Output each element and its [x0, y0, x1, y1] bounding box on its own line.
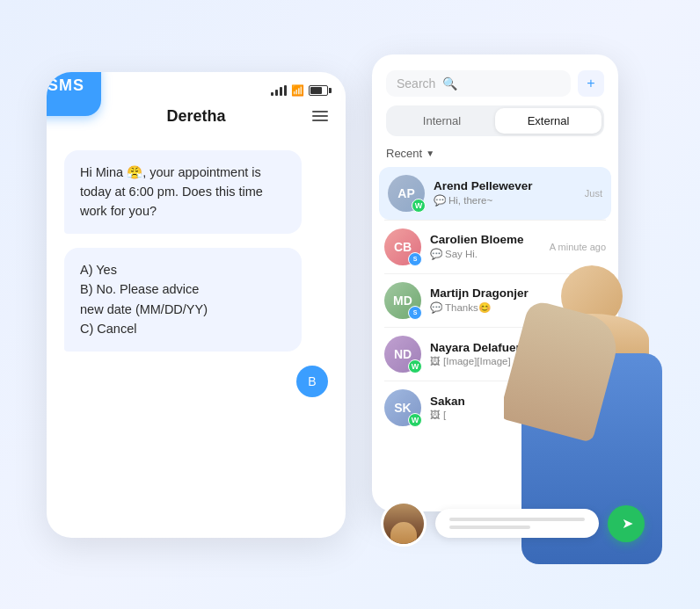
sms-logo-badge: SMS: [47, 72, 101, 116]
contact-info: Arend Pellewever 💬 Hi, there~: [434, 179, 576, 207]
send-icon: ➤: [622, 515, 633, 532]
message-bubble-1: Hi Mina 😤, your appointment is today at …: [64, 150, 302, 234]
contact-item[interactable]: AP W Arend Pellewever 💬 Hi, there~ Just: [379, 167, 611, 220]
battery-icon: [309, 85, 328, 96]
tab-external[interactable]: External: [495, 108, 602, 134]
sms-badge: S: [408, 252, 422, 266]
add-button[interactable]: +: [578, 70, 604, 97]
msg-line-1: [449, 518, 585, 521]
tab-row: Internal External: [386, 105, 604, 136]
main-scene: SMS 📶 Deretha Hi Mina 😤, your appointmen…: [20, 24, 680, 586]
contact-time: A minute ago: [550, 242, 606, 252]
right-panel: Search 🔍 + Internal External Recent ▼ AP: [372, 54, 653, 555]
avatar-wrap: ND W: [384, 336, 421, 373]
sms-phone-card: SMS 📶 Deretha Hi Mina 😤, your appointmen…: [47, 72, 346, 538]
reply-bubble: B: [296, 366, 328, 397]
message-preview-lines: [449, 518, 585, 529]
preview-platform-icon: 🖼: [430, 356, 441, 366]
msg-line-2: [449, 526, 530, 529]
avatar-wrap: AP W: [388, 175, 425, 212]
sms-icon: S: [413, 256, 418, 262]
preview-platform-icon: 💬: [430, 301, 442, 314]
whatsapp-badge: W: [408, 359, 422, 373]
avatar-wrap: MD S: [384, 282, 421, 319]
message-bubble-2: A) Yes B) No. Please advice new date (MM…: [64, 248, 302, 352]
whatsapp-icon: W: [412, 362, 419, 371]
preview-platform-icon: 💬: [430, 248, 442, 260]
sms-badge: S: [408, 306, 422, 320]
whatsapp-icon: W: [412, 416, 419, 424]
search-input-wrap[interactable]: Search 🔍: [386, 70, 571, 97]
signal-icon: [271, 85, 287, 96]
chat-contact-name: Deretha: [166, 107, 225, 126]
bottom-bar: ➤: [381, 501, 645, 547]
chat-messages: Hi Mina 😤, your appointment is today at …: [47, 136, 346, 538]
whatsapp-icon: W: [415, 201, 423, 210]
search-input: Search: [397, 76, 435, 91]
contact-preview: 💬 Hi, there~: [434, 194, 576, 207]
status-icons: 📶: [271, 84, 328, 97]
contact-name: Arend Pellewever: [434, 179, 576, 192]
tab-internal[interactable]: Internal: [389, 108, 495, 134]
preview-platform-icon: 🖼: [430, 410, 441, 420]
message-input-bar[interactable]: [435, 509, 599, 538]
send-button[interactable]: ➤: [608, 505, 645, 542]
sms-icon: S: [413, 309, 418, 315]
recent-label: Recent ▼: [372, 147, 618, 167]
whatsapp-badge: W: [412, 199, 426, 213]
preview-platform-icon: 💬: [434, 194, 446, 207]
avatar-wrap: SK W: [384, 389, 421, 426]
avatar-wrap: CB S: [384, 228, 421, 265]
whatsapp-badge: W: [408, 413, 422, 427]
search-icon: 🔍: [442, 76, 457, 91]
contact-name: Carolien Bloeme: [430, 233, 541, 246]
contact-time: Just: [585, 188, 602, 199]
search-bar: Search 🔍 +: [372, 54, 618, 105]
chevron-down-icon: ▼: [426, 149, 434, 158]
bottom-avatar: [381, 501, 427, 547]
wifi-icon: 📶: [291, 84, 304, 97]
menu-icon[interactable]: [312, 111, 328, 121]
